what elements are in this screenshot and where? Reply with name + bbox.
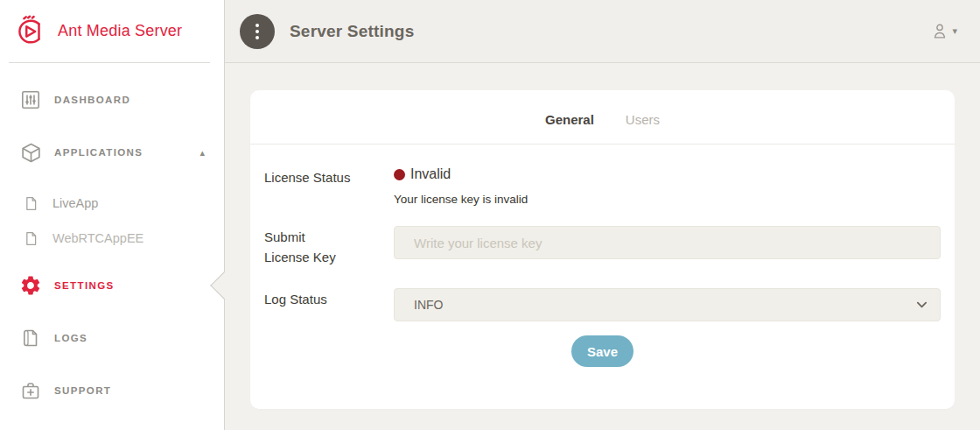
- brand-logo[interactable]: Ant Media Server: [0, 0, 224, 62]
- log-status-row: Log Status INFO: [264, 288, 941, 321]
- server-settings-form: License Status Invalid Your license key …: [250, 145, 955, 367]
- license-status-label: License Status: [264, 166, 394, 188]
- sidebar-item-label: LOGS: [54, 333, 88, 343]
- license-status-value: Invalid: [394, 166, 941, 182]
- app-window: Ant Media Server DASHBOARD: [0, 0, 980, 430]
- save-row: Save: [264, 335, 941, 367]
- collapse-caret-icon: ▴: [200, 148, 205, 158]
- license-key-label: Submit License Key: [264, 226, 394, 267]
- topbar: Server Settings ▾: [225, 0, 980, 63]
- dashboard-icon: [19, 88, 42, 111]
- settings-card: General Users License Status Invalid You…: [250, 90, 955, 409]
- license-status-text: Invalid: [410, 166, 451, 182]
- applications-sublist: LiveApp WebRTCAppEE: [0, 186, 224, 256]
- sidebar-item-logs[interactable]: LOGS: [0, 319, 224, 357]
- sidebar-item-label: SUPPORT: [54, 385, 111, 396]
- log-status-select[interactable]: INFO: [394, 288, 941, 321]
- license-key-input[interactable]: [394, 226, 941, 259]
- save-button[interactable]: Save: [571, 335, 634, 367]
- tab-users[interactable]: Users: [626, 112, 660, 127]
- kebab-menu-icon: [256, 24, 259, 27]
- license-status-note: Your license key is invalid: [394, 193, 941, 206]
- page-title: Server Settings: [290, 22, 414, 41]
- license-status-row: License Status Invalid Your license key …: [264, 166, 941, 206]
- logs-icon: [19, 327, 42, 349]
- gear-icon: [19, 274, 42, 297]
- main-area: Server Settings ▾ General Users: [225, 0, 980, 430]
- status-dot-icon: [394, 169, 405, 180]
- file-icon: [23, 195, 38, 211]
- sidebar-item-webrtcappee[interactable]: WebRTCAppEE: [0, 221, 224, 256]
- file-icon: [23, 230, 38, 246]
- sidebar-item-applications[interactable]: APPLICATIONS ▴: [0, 133, 224, 172]
- sidebar-item-liveapp[interactable]: LiveApp: [0, 186, 224, 221]
- tab-general[interactable]: General: [545, 112, 594, 127]
- brand-name: Ant Media Server: [58, 22, 182, 40]
- sidebar-item-label: WebRTCAppEE: [52, 231, 144, 245]
- user-menu-button[interactable]: ▾: [930, 22, 957, 41]
- log-status-label: Log Status: [264, 288, 394, 310]
- sidebar-item-settings[interactable]: SETTINGS: [0, 266, 224, 305]
- content-area: General Users License Status Invalid You…: [225, 63, 980, 430]
- support-icon: [19, 379, 42, 402]
- sidebar-item-label: APPLICATIONS: [54, 147, 143, 158]
- caret-down-icon: ▾: [952, 25, 957, 37]
- sidebar: Ant Media Server DASHBOARD: [0, 0, 225, 430]
- sidebar-item-label: LiveApp: [52, 196, 98, 210]
- sidebar-nav: DASHBOARD APPLICATIONS ▴: [0, 63, 224, 410]
- sidebar-item-support[interactable]: SUPPORT: [0, 371, 224, 410]
- sidebar-item-label: DASHBOARD: [54, 95, 130, 105]
- ant-media-logo-icon: [12, 15, 49, 48]
- user-icon: [930, 22, 949, 41]
- applications-icon: [19, 141, 42, 164]
- sidebar-item-dashboard[interactable]: DASHBOARD: [0, 81, 224, 119]
- sidebar-item-label: SETTINGS: [54, 280, 115, 291]
- kebab-menu-button[interactable]: [240, 14, 275, 49]
- license-key-row: Submit License Key: [264, 226, 941, 267]
- tabs-bar: General Users: [250, 90, 955, 145]
